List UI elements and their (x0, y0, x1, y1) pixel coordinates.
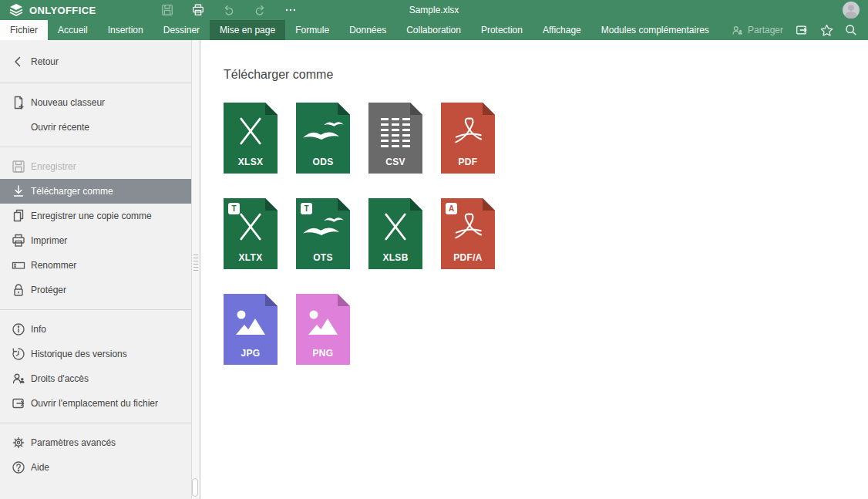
menu-item-label: Ouvrir l'emplacement du fichier (31, 398, 158, 409)
menu-item-renommer[interactable]: Renommer (0, 253, 190, 278)
excel-x-glyph (224, 112, 278, 150)
access-rights-icon (11, 371, 31, 386)
menu-item-parametres-avances[interactable]: Paramètres avancés (0, 430, 190, 455)
print-button[interactable] (183, 0, 214, 20)
format-tile-ots[interactable]: T OTS (296, 198, 350, 269)
menu-item-label: Nouveau classeur (31, 97, 105, 108)
menu-item-label: Info (31, 324, 46, 335)
lock-icon (11, 282, 31, 298)
print-icon (191, 3, 205, 17)
download-as-panel: Télécharger comme XLSX (200, 40, 868, 499)
menu-item-label: Enregistrer une copie comme (31, 211, 152, 221)
tab-fichier[interactable]: Fichier (0, 20, 48, 40)
redo-icon (253, 3, 267, 17)
format-tile-ods[interactable]: ODS (296, 103, 350, 174)
menu-item-enregistrer-copie[interactable]: Enregistrer une copie comme (0, 204, 190, 228)
menu-item-label: Télécharger comme (31, 186, 113, 197)
search-button[interactable] (839, 20, 863, 40)
panel-resize-grip[interactable] (193, 255, 198, 271)
table-glyph (368, 112, 422, 150)
copy-icon (11, 208, 31, 224)
menu-item-label: Renommer (31, 260, 76, 271)
format-label: OTS (296, 252, 350, 263)
excel-x-glyph (224, 207, 278, 246)
open-location-icon (11, 396, 31, 411)
menu-divider (0, 83, 191, 83)
help-icon (11, 460, 31, 475)
tab-formule[interactable]: Formule (285, 20, 339, 40)
acrobat-glyph (441, 207, 495, 246)
format-tile-xlsx[interactable]: XLSX (224, 103, 278, 174)
format-label: CSV (368, 157, 422, 167)
more-dots-icon (284, 3, 298, 17)
panel-scrollbar[interactable] (191, 40, 200, 499)
format-tile-jpg[interactable]: JPG (224, 294, 278, 365)
new-document-icon (11, 95, 31, 110)
format-tile-pdfa[interactable]: A PDF/A (441, 198, 495, 269)
menu-item-info[interactable]: Info (0, 317, 190, 342)
format-tile-xlsb[interactable]: XLSB (368, 198, 422, 269)
save-icon (11, 159, 31, 174)
menu-item-nouveau-classeur[interactable]: Nouveau classeur (0, 90, 190, 115)
menu-item-historique-versions[interactable]: Historique des versions (0, 342, 190, 366)
onlyoffice-logo: ONLYOFFICE (0, 2, 96, 18)
menu-item-droits-acces[interactable]: Droits d'accès (0, 366, 190, 391)
acrobat-glyph (441, 112, 495, 150)
save-icon (160, 3, 174, 17)
tab-dessiner[interactable]: Dessiner (153, 20, 210, 40)
tab-affichage[interactable]: Affichage (533, 20, 591, 40)
tab-accueil[interactable]: Accueil (48, 20, 98, 40)
image-glyph (224, 303, 278, 342)
format-label: XLSX (224, 157, 278, 167)
menu-item-label: Retour (31, 56, 59, 67)
format-label: PDF (441, 157, 495, 167)
tab-insertion[interactable]: Insertion (98, 20, 153, 40)
format-tile-png[interactable]: PNG (296, 294, 350, 365)
tab-protection[interactable]: Protection (471, 20, 533, 40)
gear-icon (11, 435, 31, 450)
file-menu-panel: Retour Nouveau classeur Ouvrir (0, 40, 200, 499)
user-avatar[interactable] (843, 2, 860, 19)
open-file-location-button[interactable] (789, 20, 814, 40)
undo-button[interactable] (214, 0, 244, 20)
format-label: XLTX (224, 252, 278, 263)
menu-item-telecharger-comme[interactable]: Télécharger comme (0, 179, 191, 204)
tab-modules-complementaires[interactable]: Modules complémentaires (591, 20, 719, 40)
format-row-2: T XLTX T OTS (224, 198, 868, 269)
rename-icon (11, 258, 31, 273)
format-tile-csv[interactable]: CSV (368, 103, 422, 174)
format-label: JPG (224, 348, 278, 359)
tab-donnees[interactable]: Données (339, 20, 396, 40)
menu-item-label: Droits d'accès (31, 373, 89, 384)
customize-toolbar-button[interactable] (275, 0, 306, 20)
share-button[interactable]: Partager (725, 24, 789, 37)
menu-item-label: Enregistrer (31, 161, 76, 172)
onlyoffice-layers-icon (8, 2, 24, 18)
tab-collaboration[interactable]: Collaboration (396, 20, 471, 40)
menu-item-imprimer[interactable]: Imprimer (0, 228, 190, 253)
redo-button[interactable] (244, 0, 275, 20)
menu-item-proteger[interactable]: Protéger (0, 278, 190, 302)
undo-icon (222, 3, 236, 17)
info-icon (11, 322, 31, 337)
menu-item-aide[interactable]: Aide (0, 455, 190, 480)
menu-item-label: Aide (31, 462, 49, 473)
menu-item-enregistrer[interactable]: Enregistrer (0, 154, 190, 179)
favorite-button[interactable] (814, 20, 839, 40)
openoffice-gulls-glyph (296, 112, 350, 150)
tab-mise-en-page[interactable]: Mise en page (210, 20, 285, 40)
version-history-icon (11, 346, 31, 362)
menu-item-ouvrir-emplacement[interactable]: Ouvrir l'emplacement du fichier (0, 391, 190, 416)
top-bar: ONLYOFFICE (0, 0, 868, 20)
menu-item-ouvrir-recente[interactable]: Ouvrir récente (0, 115, 190, 140)
format-tile-xltx[interactable]: T XLTX (224, 198, 278, 269)
app-window: ONLYOFFICE (0, 0, 868, 499)
menu-item-retour[interactable]: Retour (0, 48, 190, 76)
scrollbar-thumb[interactable] (192, 478, 198, 497)
menu-item-label: Paramètres avancés (31, 437, 116, 448)
format-tile-pdf[interactable]: PDF (441, 103, 495, 174)
openoffice-gulls-glyph (296, 207, 350, 246)
save-button[interactable] (152, 0, 183, 20)
menu-item-label: Protéger (31, 285, 66, 295)
chevron-left-icon (11, 54, 31, 69)
